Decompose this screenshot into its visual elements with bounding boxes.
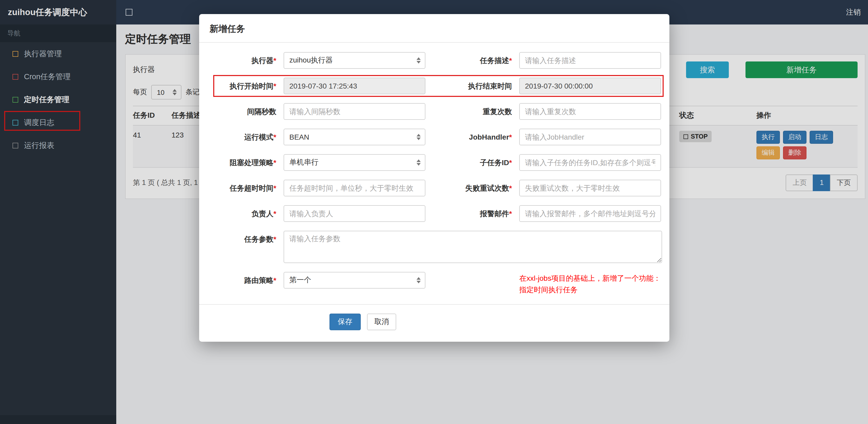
modal-title: 新增任务: [210, 24, 245, 34]
modal-body: 执行器* zuihou执行器 任务描述* 执行开始时间*: [199, 43, 670, 296]
feature-note-line-1: 在xxl-jobs项目的基础上，新增了一个功能：: [519, 273, 662, 284]
start-time-input[interactable]: [284, 77, 425, 94]
cancel-button[interactable]: 取消: [367, 314, 396, 330]
end-time-input[interactable]: [519, 77, 661, 94]
owner-input[interactable]: [284, 205, 425, 222]
executor-select-value: zuihou执行器: [289, 56, 333, 65]
required-mark: *: [509, 133, 512, 141]
required-mark: *: [509, 158, 512, 167]
required-mark: *: [509, 209, 512, 218]
app: zuihou任务调度中心 注销 导航 执行器管理 Cron任务管理 定时任务管理…: [0, 0, 868, 424]
alarm-email-input[interactable]: [519, 205, 661, 222]
retry-input[interactable]: [519, 180, 661, 196]
form-row-params: 任务参数*: [207, 231, 662, 263]
block-strategy-label: 阻塞处理策略*: [207, 154, 284, 171]
required-mark: *: [273, 209, 276, 218]
feature-note-text: 在xxl-jobs项目的基础上，新增了一个功能： 指定时间执行任务: [519, 272, 662, 296]
start-time-label: 执行开始时间*: [207, 77, 284, 94]
form-row-runmode-jobhandler: 运行模式* BEAN JobHandler*: [207, 129, 662, 145]
select-arrows-icon: [416, 57, 421, 64]
required-mark: *: [273, 276, 276, 284]
modal-footer: 保存 取消: [199, 304, 670, 342]
form-row-block-childjob: 阻塞处理策略* 单机串行 子任务ID*: [207, 154, 662, 171]
interval-label: 间隔秒数: [207, 103, 284, 120]
form-row-route: 路由策略* 第一个 在xxl-jobs项目的基础上，新增了一个功能： 指定时间执…: [207, 272, 662, 296]
feature-note-line-2: 指定时间执行任务: [519, 284, 662, 295]
task-desc-label: 任务描述*: [425, 52, 519, 69]
modal-header: 新增任务: [199, 14, 670, 43]
required-mark: *: [273, 56, 276, 65]
params-label: 任务参数*: [207, 231, 284, 263]
block-strategy-select-value: 单机串行: [289, 158, 318, 167]
child-job-label: 子任务ID*: [425, 154, 519, 171]
route-strategy-select[interactable]: 第一个: [284, 272, 425, 289]
block-strategy-select[interactable]: 单机串行: [284, 154, 425, 171]
required-mark: *: [273, 133, 276, 141]
owner-label: 负责人*: [207, 205, 284, 222]
route-strategy-select-value: 第一个: [289, 275, 311, 285]
child-job-input[interactable]: [519, 154, 661, 171]
route-strategy-label: 路由策略*: [207, 272, 284, 296]
run-mode-select-value: BEAN: [289, 133, 309, 141]
screenshot-root: zuihou任务调度中心 注销 导航 执行器管理 Cron任务管理 定时任务管理…: [0, 0, 868, 424]
alarm-email-label: 报警邮件*: [425, 205, 519, 222]
jobhandler-label: JobHandler*: [425, 129, 519, 145]
form-row-interval-repeat: 间隔秒数 重复次数: [207, 103, 662, 120]
select-arrows-icon: [416, 159, 421, 166]
executor-select[interactable]: zuihou执行器: [284, 52, 425, 69]
required-mark: *: [273, 235, 276, 243]
required-mark: *: [509, 184, 512, 192]
required-mark: *: [273, 184, 276, 192]
save-button[interactable]: 保存: [330, 314, 361, 330]
timeout-label: 任务超时时间*: [207, 180, 284, 196]
add-task-modal: 新增任务 执行器* zuihou执行器 任务描述* 执行开始时间*: [199, 14, 670, 342]
end-time-label: 执行结束时间: [425, 77, 519, 94]
task-desc-input[interactable]: [519, 52, 661, 69]
form-row-executor-desc: 执行器* zuihou执行器 任务描述*: [207, 52, 662, 69]
interval-input[interactable]: [284, 103, 425, 120]
executor-label: 执行器*: [207, 52, 284, 69]
form-row-timeout-retry: 任务超时时间* 失败重试次数*: [207, 180, 662, 196]
jobhandler-input[interactable]: [519, 129, 661, 145]
run-mode-label: 运行模式*: [207, 129, 284, 145]
repeat-input[interactable]: [519, 103, 661, 120]
required-mark: *: [509, 56, 512, 65]
repeat-label: 重复次数: [425, 103, 519, 120]
timeout-input[interactable]: [284, 180, 425, 196]
required-mark: *: [273, 82, 276, 90]
form-row-exec-time: 执行开始时间* 执行结束时间: [207, 77, 662, 94]
form-row-owner-email: 负责人* 报警邮件*: [207, 205, 662, 222]
params-textarea[interactable]: [284, 231, 662, 263]
select-arrows-icon: [416, 277, 421, 283]
required-mark: *: [273, 158, 276, 167]
select-arrows-icon: [416, 134, 421, 140]
run-mode-select[interactable]: BEAN: [284, 129, 425, 145]
retry-label: 失败重试次数*: [425, 180, 519, 196]
